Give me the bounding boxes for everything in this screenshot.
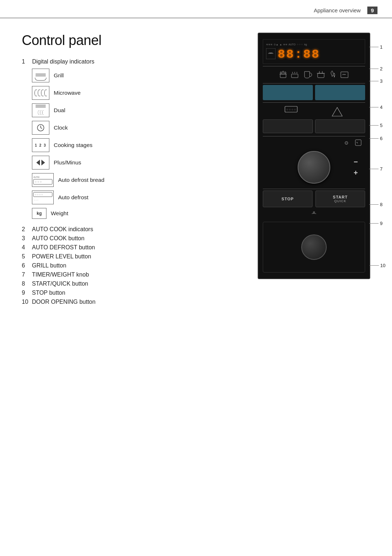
plus-symbol: + [354,169,358,176]
adb-icon-box: AUTO ··· ⁘⁘⁘ [32,173,54,187]
callout-2: 2 [369,66,383,71]
callout-num-10: 10 [380,263,385,268]
auto-cook-btn-2[interactable] [315,85,365,100]
plusminus-icon [36,159,46,167]
svg-text:⁘⁘⁘⁘: ⁘⁘⁘⁘ [34,193,43,196]
door-open-icon [311,211,317,217]
callout-6: 6 [369,136,383,141]
item-1-num: 1 [22,58,30,65]
svg-rect-21 [318,73,324,78]
display-digits: 88:88 [278,48,320,61]
grill-curve [35,78,46,81]
svg-marker-4 [41,160,45,165]
clock-icon [36,123,45,132]
callout-num-4: 4 [380,105,383,110]
list-num: 4 [22,244,32,251]
weight-icon-box: kg [32,208,46,219]
list-item: 9 STOP button [22,290,243,296]
grill-clock-row: ⊙ ↰ [263,138,365,147]
dual-icon [32,104,49,117]
list-text: AUTO COOK button [32,235,85,242]
callout-7: 7 [369,166,383,172]
callout-9: 9 [369,221,383,226]
weight-icon: kg [37,211,42,216]
callout-num-2: 2 [380,66,383,71]
clock-label: Clock [54,124,68,131]
auto-defrost-icon: ⁘⁘⁘⁘ · · · [33,192,53,203]
weight-label: Weight [51,210,68,217]
list-text: GRILL button [32,262,66,269]
start-button[interactable]: START QUICK [315,191,365,207]
callout-5: 5 [369,123,383,128]
header-title: Appliance overview [314,7,360,13]
icon-row-plusminus: Plus/Minus [32,156,243,169]
svg-point-15 [282,71,284,73]
knob-side-symbols: − + [354,158,358,176]
separator-4 [263,136,365,136]
timer-weight-knob[interactable] [298,151,330,184]
separator-1 [263,66,365,66]
list-num: 3 [22,235,32,242]
timer-symbol: ↰ [355,139,362,146]
door-opening-area[interactable] [263,222,365,273]
svg-point-27 [313,212,315,213]
diagram-wrapper: ≋≋≋ ⊙▲ ▲ ≋≋ AUTO ⁘⁘⁘ kg [258,33,370,279]
power-level-btn[interactable] [315,119,365,133]
display-microwave-icon [266,48,275,61]
callout-num-9: 9 [380,221,383,226]
svg-rect-13 [280,74,286,78]
plusminus-label: Plus/Minus [54,159,81,166]
list-num: 10 [22,299,32,305]
grill-label: Grill [54,72,64,79]
stop-button[interactable]: STOP [263,191,313,207]
list-num: 7 [22,271,32,278]
svg-text:···: ··· [37,176,39,178]
defrost-icon-1: ⁘⁘⁘⁘ [285,106,298,118]
icon-strip-row [263,68,365,82]
display-top-icons: ≋≋≋ ⊙▲ ▲ ≋≋ AUTO ⁘⁘⁘ kg [266,43,307,46]
auto-defrost-btn[interactable] [263,119,313,133]
callout-4: 4 [369,105,383,110]
ad-label: Auto defrost [58,194,89,201]
stages-icon: 1 2 3 [35,143,46,147]
door-handle[interactable] [301,234,327,260]
indicator-icons [278,70,350,80]
svg-line-2 [41,128,42,128]
stages-label: Cooking stages [54,142,93,148]
svg-point-16 [285,72,286,73]
separator-2 [263,83,365,83]
callout-num-6: 6 [380,136,383,141]
section-title: Control panel [22,33,243,48]
auto-cook-buttons[interactable] [263,85,365,100]
svg-text:⁘⁘⁘: ⁘⁘⁘ [34,180,42,184]
grill-icon [32,69,49,82]
callout-num-1: 1 [380,44,383,50]
list-text: START/QUICK button [32,281,88,287]
svg-point-14 [280,72,282,73]
svg-text:⁘⁘⁘⁘: ⁘⁘⁘⁘ [286,108,296,111]
callout-3: 3 [369,78,383,84]
stop-label: STOP [282,197,294,201]
numbered-list: 2 AUTO COOK indicators 3 AUTO COOK butto… [22,226,243,305]
list-item: 8 START/QUICK button [22,281,243,287]
svg-text:· · ·: · · · [34,199,38,202]
list-num: 6 [22,262,32,269]
list-text: AUTO DEFROST button [32,244,95,251]
stages-icon-box: 1 2 3 [32,138,49,152]
list-text: POWER LEVEL button [32,253,91,260]
knob-section: − + [263,147,365,187]
svg-marker-3 [36,160,40,165]
stop-start-row: STOP START QUICK [263,191,365,207]
grill-icon-box [32,69,49,82]
icon-row-clock: Clock [32,121,243,135]
separator-3 [263,102,365,103]
separator-5 [263,189,365,189]
adb-label: Auto defrost bread [58,177,105,183]
defrost-power-buttons[interactable] [263,119,365,133]
page-header: Appliance overview 9 [0,0,392,18]
auto-cook-btn-1[interactable] [263,85,313,100]
callout-num-3: 3 [380,78,383,84]
clock-icon-box [32,121,49,135]
callout-8: 8 [369,202,383,207]
list-num: 2 [22,226,32,233]
